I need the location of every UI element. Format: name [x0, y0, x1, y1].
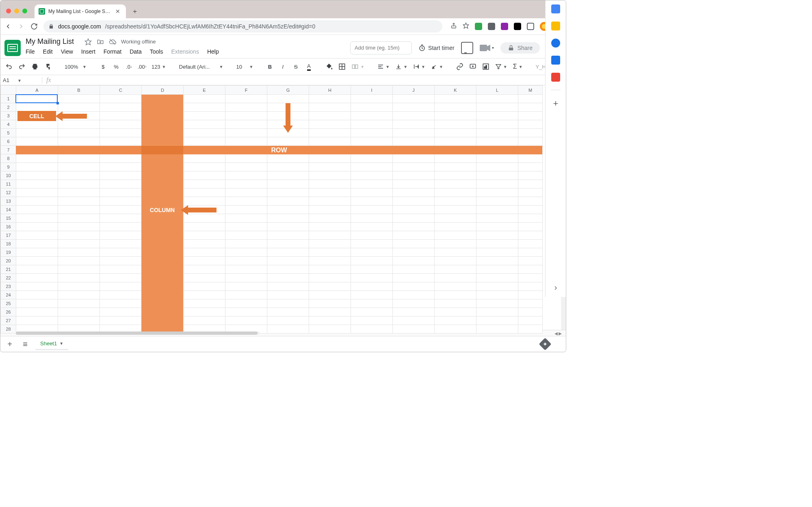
- cell-G6[interactable]: [267, 137, 309, 146]
- cell-I25[interactable]: [351, 299, 393, 308]
- cell-A14[interactable]: [16, 206, 58, 214]
- cell-E8[interactable]: [184, 154, 225, 163]
- menu-file[interactable]: File: [26, 48, 35, 55]
- cell-M15[interactable]: [518, 214, 543, 223]
- cell-F22[interactable]: [225, 274, 267, 282]
- get-addons-button[interactable]: +: [553, 98, 559, 109]
- cell-G13[interactable]: [267, 197, 309, 206]
- cell-B1[interactable]: [58, 95, 100, 103]
- cell-E14[interactable]: [184, 206, 225, 214]
- row-header-5[interactable]: 5: [1, 129, 16, 137]
- tab-close-button[interactable]: ✕: [115, 8, 121, 15]
- add-sheet-button[interactable]: +: [4, 339, 15, 349]
- column-header-D[interactable]: D: [142, 86, 184, 95]
- cell-D15[interactable]: [142, 214, 184, 223]
- cell-M19[interactable]: [518, 248, 543, 257]
- cell-E7[interactable]: [184, 146, 225, 154]
- cell-B14[interactable]: [58, 206, 100, 214]
- hide-sidepanel-button[interactable]: [552, 285, 559, 293]
- cell-K2[interactable]: [435, 103, 476, 112]
- cell-G2[interactable]: [267, 103, 309, 112]
- sheet-tab-sheet1[interactable]: Sheet1▼: [35, 337, 68, 351]
- cell-J16[interactable]: [393, 223, 435, 231]
- cell-K21[interactable]: [435, 265, 476, 274]
- cell-L24[interactable]: [476, 291, 518, 299]
- cell-F12[interactable]: [225, 188, 267, 197]
- cell-D22[interactable]: [142, 274, 184, 282]
- cell-H12[interactable]: [309, 188, 351, 197]
- cell-E10[interactable]: [184, 171, 225, 180]
- bold-button[interactable]: B: [264, 61, 275, 72]
- cell-E4[interactable]: [184, 120, 225, 129]
- row-header-24[interactable]: 24: [1, 291, 16, 299]
- cell-C10[interactable]: [100, 171, 142, 180]
- cell-B23[interactable]: [58, 282, 100, 291]
- star-icon[interactable]: [84, 38, 92, 46]
- cell-M25[interactable]: [518, 299, 543, 308]
- cell-D23[interactable]: [142, 282, 184, 291]
- cell-M24[interactable]: [518, 291, 543, 299]
- cell-H14[interactable]: [309, 206, 351, 214]
- cell-F26[interactable]: [225, 308, 267, 316]
- cell-A26[interactable]: [16, 308, 58, 316]
- cell-D25[interactable]: [142, 299, 184, 308]
- cell-A15[interactable]: [16, 214, 58, 223]
- cell-K23[interactable]: [435, 282, 476, 291]
- menu-extensions[interactable]: Extensions: [171, 48, 199, 55]
- cell-D4[interactable]: [142, 120, 184, 129]
- contacts-icon[interactable]: [551, 56, 560, 65]
- cell-A13[interactable]: [16, 197, 58, 206]
- cell-A4[interactable]: [16, 120, 58, 129]
- cell-E16[interactable]: [184, 223, 225, 231]
- cell-K26[interactable]: [435, 308, 476, 316]
- cell-L20[interactable]: [476, 257, 518, 265]
- cell-G11[interactable]: [267, 180, 309, 188]
- cell-D20[interactable]: [142, 257, 184, 265]
- cell-F5[interactable]: [225, 129, 267, 137]
- extension-grammarly-icon[interactable]: [475, 23, 482, 30]
- row-header-3[interactable]: 3: [1, 112, 16, 120]
- cell-F11[interactable]: [225, 180, 267, 188]
- row-header-25[interactable]: 25: [1, 299, 16, 308]
- cell-I23[interactable]: [351, 282, 393, 291]
- cell-B9[interactable]: [58, 163, 100, 171]
- cell-I12[interactable]: [351, 188, 393, 197]
- cell-J15[interactable]: [393, 214, 435, 223]
- cell-G7[interactable]: [267, 146, 309, 154]
- cell-C15[interactable]: [100, 214, 142, 223]
- cell-K15[interactable]: [435, 214, 476, 223]
- cell-E17[interactable]: [184, 231, 225, 240]
- strikethrough-button[interactable]: S: [290, 61, 301, 72]
- cell-I20[interactable]: [351, 257, 393, 265]
- horizontal-align-button[interactable]: ▼: [376, 63, 391, 70]
- cell-H7[interactable]: [309, 146, 351, 154]
- cell-I28[interactable]: [351, 325, 393, 334]
- cell-D26[interactable]: [142, 308, 184, 316]
- cell-H5[interactable]: [309, 129, 351, 137]
- cell-L14[interactable]: [476, 206, 518, 214]
- cell-B4[interactable]: [58, 120, 100, 129]
- cell-J9[interactable]: [393, 163, 435, 171]
- cell-I11[interactable]: [351, 180, 393, 188]
- row-header-4[interactable]: 4: [1, 120, 16, 129]
- cell-K22[interactable]: [435, 274, 476, 282]
- cell-K17[interactable]: [435, 231, 476, 240]
- cell-M13[interactable]: [518, 197, 543, 206]
- comments-button[interactable]: [461, 42, 473, 54]
- text-rotation-button[interactable]: A▼: [429, 63, 445, 70]
- cell-B15[interactable]: [58, 214, 100, 223]
- font-family-dropdown[interactable]: Default (Ari...▼: [178, 64, 225, 70]
- cell-G26[interactable]: [267, 308, 309, 316]
- cell-K6[interactable]: [435, 137, 476, 146]
- cell-E6[interactable]: [184, 137, 225, 146]
- cell-D24[interactable]: [142, 291, 184, 299]
- cell-I5[interactable]: [351, 129, 393, 137]
- minimize-window-button[interactable]: [14, 9, 19, 13]
- cell-C1[interactable]: [100, 95, 142, 103]
- cell-G22[interactable]: [267, 274, 309, 282]
- cell-L8[interactable]: [476, 154, 518, 163]
- cell-H1[interactable]: [309, 95, 351, 103]
- cell-G25[interactable]: [267, 299, 309, 308]
- cell-J17[interactable]: [393, 231, 435, 240]
- cell-M28[interactable]: [518, 325, 543, 334]
